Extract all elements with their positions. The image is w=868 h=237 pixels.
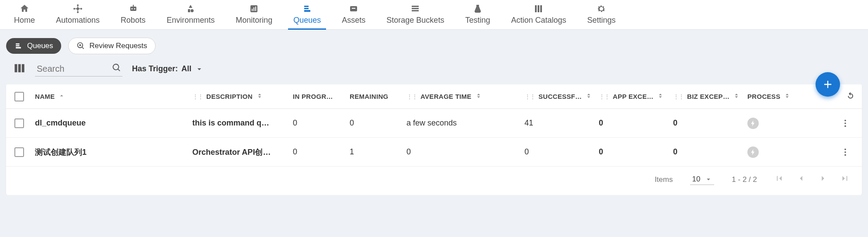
col-description[interactable]: ⋮⋮ DESCRIPTION (190, 92, 290, 101)
drag-handle-icon[interactable]: ⋮⋮ (673, 93, 684, 100)
svg-point-24 (844, 122, 846, 124)
tab-monitoring-label: Monitoring (236, 16, 272, 25)
svg-point-28 (844, 154, 846, 156)
col-in-progress-label: IN PROGR… (293, 93, 333, 100)
tab-automations[interactable]: Automations (45, 0, 110, 29)
svg-point-4 (77, 11, 79, 13)
tab-storage-buckets-label: Storage Buckets (386, 16, 444, 25)
tab-automations-label: Automations (56, 16, 100, 25)
col-avg-time[interactable]: ⋮⋮ AVERAGE TIME (404, 92, 522, 101)
cell-name: 测试创建队列1 (32, 147, 190, 157)
chevron-left-icon (796, 174, 806, 183)
col-successful-label: SUCCESSF… (538, 93, 582, 100)
col-app-exc-label: APP EXCE… (613, 93, 653, 100)
tab-settings[interactable]: Settings (577, 0, 626, 29)
pager-prev-button[interactable] (796, 174, 806, 185)
row-menu-button[interactable] (832, 147, 858, 157)
last-page-icon (840, 174, 850, 183)
tab-settings-label: Settings (587, 16, 616, 25)
col-description-label: DESCRIPTION (206, 93, 253, 100)
svg-point-27 (844, 151, 846, 153)
tab-storage-buckets[interactable]: Storage Buckets (376, 0, 455, 29)
column-selector-button[interactable] (13, 62, 25, 76)
more-vert-icon (840, 118, 850, 128)
robot-icon (128, 3, 139, 14)
catalogs-icon (533, 3, 544, 14)
cell-avg-time: a few seconds (404, 118, 522, 128)
col-remaining[interactable]: REMAINING (347, 93, 404, 100)
sort-icon (784, 92, 791, 99)
row-checkbox[interactable] (14, 147, 24, 157)
row-checkbox[interactable] (14, 118, 24, 128)
queues-chip[interactable]: Queues (6, 38, 61, 54)
select-all-checkbox[interactable] (14, 92, 24, 101)
svg-rect-14 (412, 6, 419, 7)
cell-biz-exc: 0 (670, 147, 745, 157)
home-icon (19, 3, 30, 14)
col-remaining-label: REMAINING (350, 93, 389, 100)
svg-point-0 (76, 7, 79, 10)
search-input[interactable] (36, 63, 112, 74)
tab-action-catalogs[interactable]: Action Catalogs (500, 0, 576, 29)
svg-rect-17 (535, 5, 537, 12)
tab-environments[interactable]: Environments (156, 0, 225, 29)
process-flash-badge (747, 146, 759, 158)
svg-rect-11 (255, 7, 256, 11)
pager-items-label: Items (655, 175, 673, 184)
drag-handle-icon[interactable]: ⋮⋮ (599, 93, 609, 100)
tab-testing[interactable]: Testing (455, 0, 500, 29)
svg-point-3 (77, 4, 79, 6)
tab-assets[interactable]: Assets (331, 0, 376, 29)
page-size-select[interactable]: 10 (690, 174, 714, 185)
columns-icon (13, 62, 25, 74)
page-size-value: 10 (692, 175, 700, 184)
has-trigger-filter[interactable]: Has Trigger: All (132, 64, 204, 73)
tab-monitoring[interactable]: Monitoring (225, 0, 283, 29)
pager-next-button[interactable] (818, 174, 828, 185)
pager-first-button[interactable] (774, 174, 784, 185)
col-name[interactable]: NAME (32, 92, 190, 101)
row-menu-button[interactable] (832, 118, 858, 128)
cell-process (745, 146, 832, 158)
refresh-button[interactable] (845, 91, 856, 102)
table-row[interactable]: 测试创建队列1 Orchestrator API创… 0 1 0 0 0 0 (6, 138, 862, 167)
search-field[interactable] (35, 61, 122, 77)
drag-handle-icon[interactable]: ⋮⋮ (406, 93, 417, 100)
review-requests-chip[interactable]: Review Requests (68, 38, 156, 54)
assets-icon (348, 3, 359, 14)
tab-queues[interactable]: Queues (283, 0, 331, 29)
refresh-icon (845, 91, 856, 101)
process-flash-badge (747, 118, 759, 129)
pager-last-button[interactable] (840, 174, 850, 185)
drag-handle-icon[interactable]: ⋮⋮ (192, 93, 203, 100)
buckets-icon (410, 3, 420, 14)
tab-environments-label: Environments (167, 16, 215, 25)
table-row[interactable]: dl_cmdqueue this is command q… 0 0 a few… (6, 109, 862, 138)
cell-description: Orchestrator API创… (190, 147, 290, 157)
sort-icon (585, 92, 592, 99)
search-icon-button[interactable] (112, 63, 122, 74)
secondary-bar: Queues Review Requests (0, 30, 868, 59)
col-app-exc[interactable]: ⋮⋮ APP EXCE… (596, 92, 670, 101)
svg-rect-10 (253, 7, 254, 11)
col-process[interactable]: PROCESS (745, 92, 832, 101)
flash-icon (750, 149, 757, 156)
environments-icon (185, 3, 196, 14)
automations-icon (73, 3, 83, 14)
queues-chip-label: Queues (27, 42, 53, 50)
svg-rect-21 (18, 64, 21, 72)
tab-home[interactable]: Home (3, 0, 45, 29)
svg-rect-9 (252, 9, 253, 11)
drag-handle-icon[interactable]: ⋮⋮ (524, 93, 535, 100)
cell-successful: 0 (522, 147, 596, 157)
col-successful[interactable]: ⋮⋮ SUCCESSF… (522, 92, 596, 101)
tab-robots[interactable]: Robots (110, 0, 156, 29)
review-requests-chip-label: Review Requests (90, 42, 147, 50)
svg-point-6 (131, 8, 132, 10)
search-icon (112, 63, 122, 73)
cell-app-exc: 0 (596, 147, 670, 157)
col-biz-exc[interactable]: ⋮⋮ BIZ EXCEP… (670, 92, 745, 101)
queues-table-card: NAME ⋮⋮ DESCRIPTION IN PROGR… REMAINING … (6, 84, 862, 195)
monitoring-icon (249, 3, 259, 14)
col-in-progress[interactable]: IN PROGR… (290, 93, 347, 100)
